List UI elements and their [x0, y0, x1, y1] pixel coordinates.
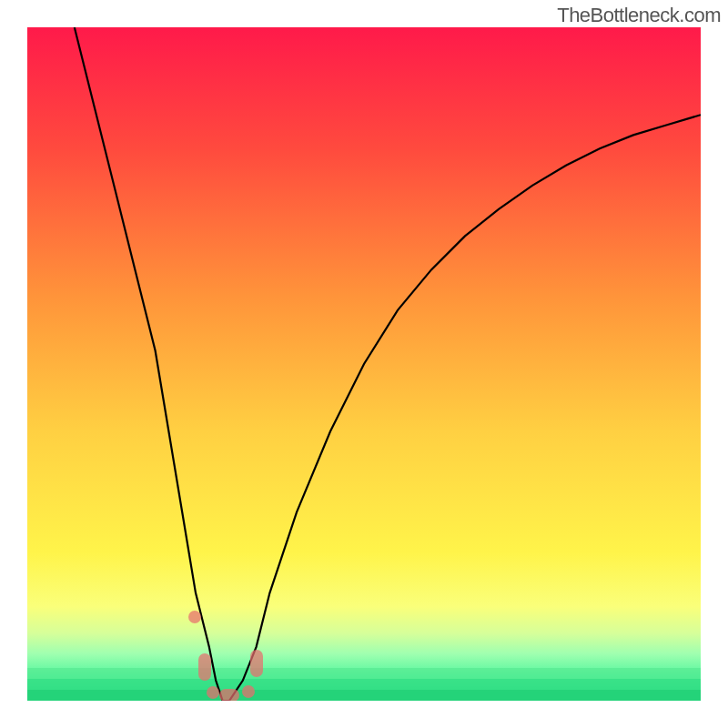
curve-marker	[198, 653, 211, 681]
marker-layer	[27, 27, 701, 701]
watermark-label: TheBottleneck.com	[557, 4, 721, 27]
bottleneck-chart	[27, 27, 701, 701]
curve-marker	[250, 650, 263, 677]
curve-marker	[207, 686, 219, 699]
curve-marker	[242, 685, 255, 698]
curve-marker	[188, 611, 201, 623]
curve-marker	[219, 689, 239, 701]
